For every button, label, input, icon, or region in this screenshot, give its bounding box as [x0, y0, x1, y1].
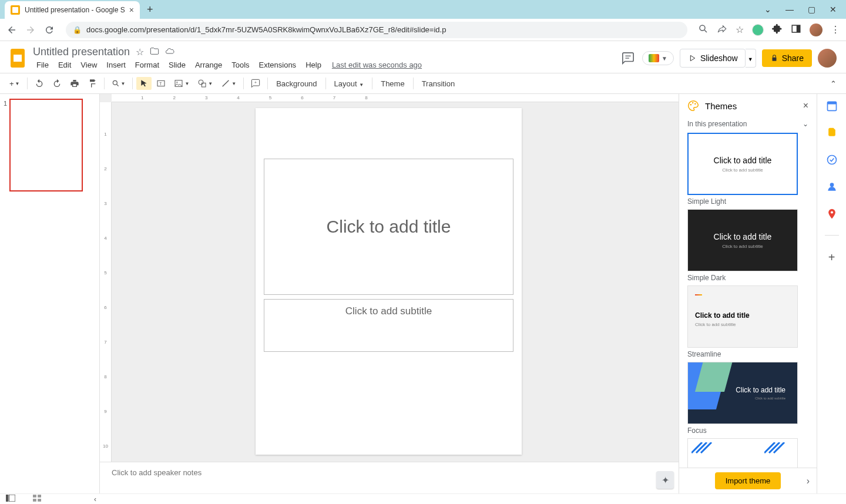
- theme-name: Streamline: [687, 350, 808, 358]
- side-panel-icon[interactable]: [791, 23, 801, 36]
- collapse-toolbar-icon[interactable]: ⌃: [827, 77, 840, 90]
- menu-edit[interactable]: Edit: [55, 59, 75, 70]
- new-slide-button[interactable]: +▼: [6, 77, 24, 90]
- redo-button[interactable]: [49, 76, 65, 90]
- menu-slide[interactable]: Slide: [165, 59, 189, 70]
- svg-point-14: [177, 82, 178, 83]
- theme-streamline[interactable]: Click to add title Click to add subtitle: [687, 285, 798, 348]
- svg-rect-3: [797, 25, 800, 32]
- keep-icon[interactable]: [826, 127, 838, 139]
- account-avatar[interactable]: [818, 49, 837, 68]
- slides-logo-icon[interactable]: [7, 48, 28, 69]
- import-theme-button[interactable]: Import theme: [715, 472, 781, 489]
- window-controls: ⌄ — ▢ ✕: [764, 5, 846, 14]
- subtitle-placeholder[interactable]: Click to add subtitle: [264, 299, 513, 352]
- speaker-notes[interactable]: Click to add speaker notes: [100, 462, 679, 493]
- line-tool[interactable]: ▼: [217, 76, 240, 90]
- title-placeholder[interactable]: Click to add title: [264, 159, 513, 295]
- menu-file[interactable]: File: [33, 59, 52, 70]
- svg-rect-29: [827, 102, 836, 104]
- menu-insert[interactable]: Insert: [103, 59, 129, 70]
- extension-icon[interactable]: [752, 24, 764, 36]
- reload-button[interactable]: [43, 24, 55, 36]
- add-addon-icon[interactable]: +: [828, 251, 835, 264]
- close-themes-icon[interactable]: ×: [803, 100, 808, 111]
- print-button[interactable]: [66, 76, 83, 90]
- svg-rect-5: [14, 55, 22, 62]
- maps-icon[interactable]: [826, 208, 838, 220]
- profile-avatar-icon[interactable]: [810, 23, 822, 36]
- footer: ‹: [0, 493, 846, 504]
- svg-point-30: [827, 156, 836, 164]
- lock-icon: [770, 54, 778, 62]
- comments-button[interactable]: [620, 50, 636, 66]
- minimize-icon[interactable]: —: [785, 5, 794, 14]
- comment-tool[interactable]: +: [247, 76, 264, 90]
- close-window-icon[interactable]: ✕: [830, 5, 837, 14]
- undo-button[interactable]: [31, 76, 48, 90]
- menu-help[interactable]: Help: [302, 59, 325, 70]
- tasks-icon[interactable]: [826, 154, 838, 166]
- cloud-icon[interactable]: [165, 46, 174, 58]
- menu-view[interactable]: View: [77, 59, 100, 70]
- share-page-icon[interactable]: [717, 23, 727, 36]
- menu-arrange[interactable]: Arrange: [192, 59, 226, 70]
- zoom-icon[interactable]: [698, 23, 709, 36]
- last-edit-text[interactable]: Last edit was seconds ago: [332, 61, 422, 69]
- meet-button[interactable]: ▼: [642, 51, 674, 65]
- slide-thumbnail[interactable]: [9, 99, 83, 191]
- transition-button[interactable]: Transition: [417, 77, 460, 90]
- background-button[interactable]: Background: [271, 77, 321, 90]
- themes-section-header[interactable]: In this presentation ⌄: [679, 117, 817, 133]
- maximize-icon[interactable]: ▢: [808, 5, 815, 14]
- forward-button[interactable]: [25, 24, 36, 36]
- close-tab-icon[interactable]: ×: [129, 5, 134, 15]
- themes-list[interactable]: Click to add title Click to add subtitle…: [679, 133, 817, 493]
- theme-simple-light[interactable]: Click to add title Click to add subtitle: [687, 133, 798, 195]
- image-tool[interactable]: ▼: [170, 76, 193, 90]
- grid-view-icon[interactable]: [33, 495, 41, 503]
- chevron-right-icon[interactable]: ›: [807, 476, 810, 486]
- menu-format[interactable]: Format: [132, 59, 163, 70]
- svg-rect-34: [9, 495, 15, 502]
- url-input[interactable]: 🔒 docs.google.com/presentation/d/1_5dxk7…: [66, 22, 687, 38]
- collapse-filmstrip-icon[interactable]: ‹: [94, 495, 96, 503]
- doc-title[interactable]: Untitled presentation: [33, 46, 130, 58]
- ruler-vertical: 12345678910: [100, 102, 112, 493]
- extensions-icon[interactable]: [772, 23, 783, 36]
- new-tab-button[interactable]: +: [147, 4, 153, 16]
- move-icon[interactable]: [150, 46, 159, 58]
- contacts-icon[interactable]: [826, 181, 838, 193]
- slide-canvas[interactable]: Click to add title Click to add subtitle: [256, 108, 522, 455]
- menu-tools[interactable]: Tools: [228, 59, 253, 70]
- theme-focus[interactable]: Click to add title Click to add subtitle: [687, 362, 798, 424]
- section-label: In this presentation: [687, 120, 747, 128]
- explore-button[interactable]: ✦: [656, 471, 674, 489]
- filmstrip-view-icon[interactable]: [6, 495, 15, 503]
- svg-rect-38: [38, 499, 41, 502]
- chevron-down-icon[interactable]: ⌄: [764, 5, 771, 14]
- menu-extensions[interactable]: Extensions: [256, 59, 300, 70]
- bookmark-icon[interactable]: ☆: [736, 24, 744, 35]
- filmstrip: 1: [0, 94, 100, 493]
- back-button[interactable]: [6, 24, 18, 36]
- theme-button[interactable]: Theme: [376, 77, 409, 90]
- import-theme-bar: Import theme ›: [679, 468, 817, 493]
- layout-button[interactable]: Layout ▼: [330, 77, 369, 90]
- shape-tool[interactable]: ▼: [194, 76, 216, 90]
- select-tool[interactable]: [136, 77, 152, 90]
- star-icon[interactable]: ☆: [136, 46, 144, 58]
- kebab-menu-icon[interactable]: ⋮: [831, 24, 840, 35]
- browser-tab[interactable]: Untitled presentation - Google Sl ×: [5, 1, 140, 19]
- menu-bar: File Edit View Insert Format Slide Arran…: [33, 59, 615, 70]
- svg-rect-8: [772, 58, 776, 61]
- zoom-button[interactable]: ▼: [108, 77, 129, 90]
- theme-simple-dark[interactable]: Click to add title Click to add subtitle: [687, 209, 798, 271]
- slideshow-dropdown[interactable]: ▼: [746, 49, 756, 68]
- share-button[interactable]: Share: [762, 49, 812, 67]
- textbox-tool[interactable]: T: [153, 76, 169, 90]
- main-area: 1 12345678 12345678910 Click to add titl…: [0, 94, 846, 493]
- calendar-icon[interactable]: [826, 100, 838, 112]
- paint-format-button[interactable]: [84, 76, 100, 90]
- slideshow-button[interactable]: Slideshow: [680, 49, 746, 68]
